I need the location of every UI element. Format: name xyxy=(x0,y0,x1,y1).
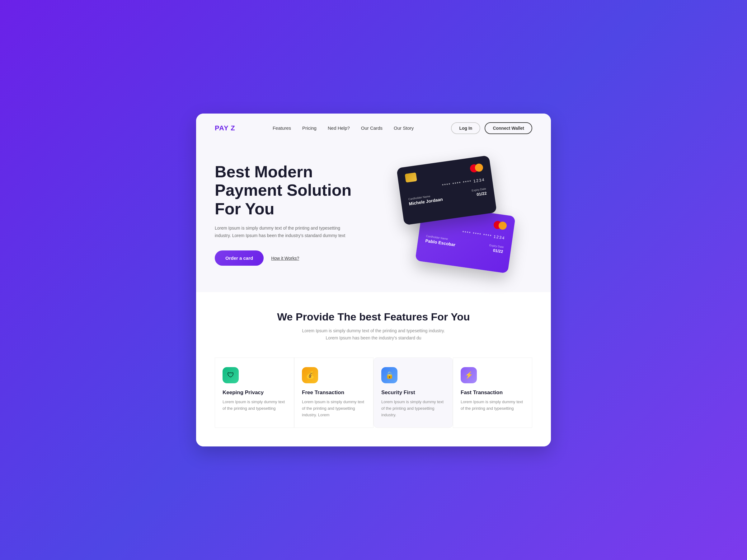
cardholder-info-1: Cardholder Name Michele Jordaan xyxy=(408,193,443,206)
features-grid: 🛡 Keeping Privacy Lorem Ipsum is simply … xyxy=(215,357,532,428)
hero-right: **** **** **** 1234 Cardholder Name Mich… xyxy=(380,155,532,273)
login-button[interactable]: Log In xyxy=(451,122,480,134)
order-card-button[interactable]: Order a card xyxy=(215,250,264,266)
hero-title: Best Modern Payment Solution For You xyxy=(215,163,367,218)
nav-ned-help[interactable]: Ned Help? xyxy=(328,125,350,131)
features-description: Lorem Ipsum is simply dummy text of the … xyxy=(296,327,451,342)
nav-links: Features Pricing Ned Help? Our Cards Our… xyxy=(273,125,414,131)
feature-text-3: Lorem Ipsum is simply dummy text of the … xyxy=(461,399,524,412)
fast-icon-wrap: ⚡ xyxy=(461,367,477,383)
feature-text-1: Lorem Ipsum is simply dummy text of the … xyxy=(302,399,366,418)
hero-actions: Order a card How it Works? xyxy=(215,250,367,266)
feature-keeping-privacy: 🛡 Keeping Privacy Lorem Ipsum is simply … xyxy=(215,357,294,428)
shield-icon: 🛡 xyxy=(227,371,234,379)
expiry-info-1: Expiry Date 01/22 xyxy=(471,187,487,197)
chip-icon xyxy=(405,172,417,183)
connect-wallet-button[interactable]: Connect Wallet xyxy=(485,122,532,134)
mastercard-logo-2 xyxy=(493,220,507,230)
feature-text-2: Lorem Ipsum is simply dummy text of the … xyxy=(381,399,445,418)
features-section: We Provide The best Features For You Lor… xyxy=(196,292,551,447)
hero-section: Best Modern Payment Solution For You Lor… xyxy=(196,143,551,292)
nav-our-story[interactable]: Our Story xyxy=(394,125,414,131)
security-icon-wrap: 🔒 xyxy=(381,367,397,383)
lock-icon: 🔒 xyxy=(385,371,394,379)
privacy-icon-wrap: 🛡 xyxy=(223,367,239,383)
feature-name-2: Security First xyxy=(381,390,445,396)
feature-security-first: 🔒 Security First Lorem Ipsum is simply d… xyxy=(374,357,453,428)
lightning-icon: ⚡ xyxy=(465,371,473,379)
nav-features[interactable]: Features xyxy=(273,125,291,131)
brand-logo: PAY Z xyxy=(215,124,235,132)
card-stack: **** **** **** 1234 Cardholder Name Mich… xyxy=(400,161,512,267)
expiry-info-2: Expiry Date 01/22 xyxy=(488,244,504,254)
feature-text-0: Lorem Ipsum is simply dummy text of the … xyxy=(223,399,286,412)
feature-name-1: Free Transaction xyxy=(302,390,366,396)
features-title: We Provide The best Features For You xyxy=(215,311,532,323)
nav-pricing[interactable]: Pricing xyxy=(302,125,316,131)
mastercard-logo xyxy=(469,163,483,173)
cardholder-info-2: Cardholder Name Pablo Escobar xyxy=(425,234,456,247)
hero-description: Lorem Ipsum is simply dummy text of the … xyxy=(215,224,345,240)
feature-name-3: Fast Transaction xyxy=(461,390,524,396)
nav-actions: Log In Connect Wallet xyxy=(451,122,532,134)
nav-our-cards[interactable]: Our Cards xyxy=(361,125,383,131)
how-it-works-link[interactable]: How it Works? xyxy=(271,256,299,261)
money-icon: 💰 xyxy=(306,371,314,379)
main-card: PAY Z Features Pricing Ned Help? Our Car… xyxy=(196,113,551,447)
hero-left: Best Modern Payment Solution For You Lor… xyxy=(215,163,367,266)
feature-name-0: Keeping Privacy xyxy=(223,390,286,396)
feature-free-transaction: 💰 Free Transaction Lorem Ipsum is simply… xyxy=(294,357,374,428)
feature-fast-transaction: ⚡ Fast Transaction Lorem Ipsum is simply… xyxy=(453,357,532,428)
transaction-icon-wrap: 💰 xyxy=(302,367,318,383)
navbar: PAY Z Features Pricing Ned Help? Our Car… xyxy=(196,113,551,143)
